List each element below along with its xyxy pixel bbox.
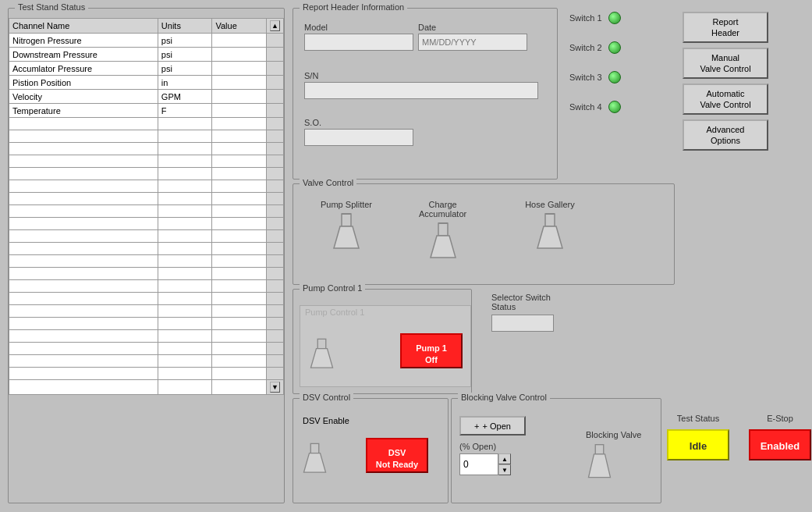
valve-items-container: Pump Splitter ChargeAccumulator Hose Gal… — [293, 184, 674, 266]
row-scroll-cell — [267, 62, 284, 76]
table-row-empty — [9, 305, 284, 318]
so-group: S.O. — [304, 118, 413, 146]
table-row-empty — [9, 368, 284, 380]
pump-control-title: Pump Control 1 — [300, 283, 365, 293]
row-name-cell: Downstream Pressure — [9, 48, 158, 62]
table-row-empty — [9, 143, 284, 155]
row-scroll-cell — [267, 34, 284, 48]
switch-1-led — [608, 12, 621, 24]
manual-valve-button[interactable]: ManualValve Control — [683, 48, 768, 79]
table-row-empty — [9, 255, 284, 268]
table-row-empty — [9, 293, 284, 305]
so-input[interactable] — [304, 129, 413, 146]
charge-accumulator-icon — [427, 222, 459, 261]
selector-switch-label-line2: Status — [491, 302, 554, 311]
table-row-empty — [9, 330, 284, 343]
charge-accumulator-item: ChargeAccumulator — [419, 200, 466, 262]
blocking-valve-panel: Blocking Valve Control + + Open (% Open)… — [451, 398, 661, 503]
dsv-control-title: DSV Control — [300, 393, 353, 402]
table-row-empty — [9, 168, 284, 180]
hose-gallery-label: Hose Gallery — [525, 200, 575, 209]
report-header-title: Report Header Information — [300, 2, 407, 12]
switch-2-led — [608, 41, 621, 54]
svg-marker-7 — [537, 226, 562, 248]
table-row-empty — [9, 318, 284, 330]
switch-4-led — [608, 101, 621, 113]
row-units-cell: F — [158, 104, 212, 118]
dsv-enable-text: DSV Enable — [303, 416, 349, 425]
col-header-value: Value — [212, 19, 267, 34]
dsv-flask-container — [301, 442, 328, 478]
dsv-enable-label: DSV Enable — [303, 416, 349, 425]
switches-panel: Switch 1 Switch 2 Switch 3 Switch 4 — [569, 12, 663, 183]
pump-inner-box: Pump Control 1 Pump 1Off — [300, 305, 471, 387]
automatic-valve-button[interactable]: AutomaticValve Control — [683, 84, 768, 115]
pump-off-button[interactable]: Pump 1Off — [400, 333, 463, 368]
table-row: Velocity GPM — [9, 90, 284, 104]
svg-rect-11 — [310, 443, 319, 453]
switch-3-led — [608, 71, 621, 84]
date-group: Date — [418, 23, 527, 51]
valve-control-title: Valve Control — [300, 178, 356, 187]
sn-group: S/N — [304, 71, 538, 99]
blocking-valve-label: Blocking Valve — [586, 430, 641, 439]
spinner-buttons: ▲ ▼ — [498, 453, 511, 475]
row-name-cell: Velocity — [9, 90, 158, 104]
spinner-down-button[interactable]: ▼ — [498, 464, 511, 475]
row-scroll-cell — [267, 76, 284, 90]
estop-panel: E-Stop Enabled — [749, 414, 811, 460]
row-name-cell: Pistion Position — [9, 76, 158, 90]
svg-marker-12 — [304, 453, 326, 473]
model-label: Model — [304, 23, 413, 32]
row-value-cell — [212, 104, 267, 118]
row-units-cell: psi — [158, 34, 212, 48]
col-header-units: Units — [158, 19, 212, 34]
table-row: Pistion Position in — [9, 76, 284, 90]
switch-2-label: Switch 2 — [569, 43, 602, 52]
model-input[interactable] — [304, 34, 413, 51]
row-units-cell: psi — [158, 62, 212, 76]
svg-marker-14 — [589, 454, 611, 478]
row-scroll-cell — [267, 90, 284, 104]
switch-4-row: Switch 4 — [569, 101, 663, 113]
switch-3-label: Switch 3 — [569, 73, 602, 82]
estop-button[interactable]: Enabled — [749, 429, 811, 460]
svg-rect-9 — [317, 339, 326, 348]
right-buttons-panel: ReportHeader ManualValve Control Automat… — [683, 12, 800, 183]
test-status-button[interactable]: Idle — [667, 429, 729, 460]
selector-switch-input[interactable] — [491, 315, 554, 332]
svg-rect-6 — [545, 214, 555, 226]
date-input[interactable] — [418, 34, 527, 51]
test-status-label: Test Status — [667, 414, 729, 423]
switch-3-row: Switch 3 — [569, 71, 663, 84]
blocking-valve-open-button[interactable]: + + Open — [459, 416, 526, 436]
table-row-empty — [9, 268, 284, 280]
report-header-panel: Report Header Information Model Date S/N… — [293, 8, 558, 180]
table-row-empty — [9, 130, 284, 143]
table-row-empty — [9, 180, 284, 193]
col-scroll[interactable]: ▲ — [267, 19, 284, 34]
pump-splitter-item: Pump Splitter — [321, 200, 372, 253]
spinner-up-button[interactable]: ▲ — [498, 453, 511, 464]
sn-input[interactable] — [304, 82, 538, 99]
switch-4-label: Switch 4 — [569, 102, 602, 112]
table-row-empty — [9, 205, 284, 218]
open-label: + Open — [483, 421, 511, 431]
switch-1-row: Switch 1 — [569, 12, 663, 24]
status-table: Channel Name Units Value ▲ Nitrogen Pres… — [9, 18, 284, 395]
dsv-not-ready-button[interactable]: DSVNot Ready — [366, 438, 428, 473]
advanced-options-button[interactable]: AdvancedOptions — [683, 119, 768, 151]
hose-gallery-item: Hose Gallery — [525, 200, 575, 253]
pump-flask-container — [308, 337, 335, 374]
report-header-button[interactable]: ReportHeader — [683, 12, 768, 43]
estop-label: E-Stop — [749, 414, 811, 423]
table-row-empty — [9, 193, 284, 205]
switch-2-row: Switch 2 — [569, 41, 663, 54]
percent-open-input[interactable] — [459, 453, 498, 475]
svg-marker-1 — [334, 226, 359, 248]
scroll-up-btn[interactable]: ▲ — [270, 20, 280, 31]
scroll-down-btn[interactable]: ▼ — [270, 382, 280, 393]
svg-rect-13 — [595, 445, 604, 454]
table-row-empty — [9, 343, 284, 355]
svg-rect-3 — [438, 223, 448, 236]
